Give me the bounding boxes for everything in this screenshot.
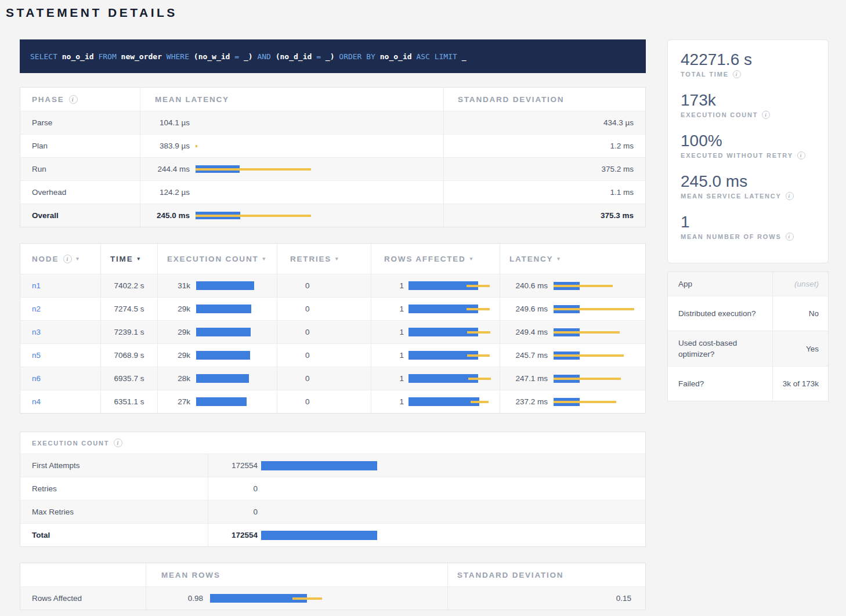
latency-value: 249.6 ms <box>509 305 548 313</box>
rows-affected-bar <box>408 281 490 290</box>
std-dev-value: 1.2 ms <box>443 135 645 157</box>
info-icon[interactable]: i <box>63 255 72 263</box>
rows-affected-column-header[interactable]: ROWS AFFECTED ▾ <box>371 244 500 274</box>
stat-label: EXECUTION COUNT <box>681 111 758 118</box>
stat-value: 100% <box>681 131 815 150</box>
execution-count-bar <box>196 351 250 360</box>
rows-affected-value: 1 <box>381 397 404 406</box>
sql-keyword: = <box>316 52 326 61</box>
table-row: Total 172554 <box>20 523 645 546</box>
table-row: n2 7274.5 s 29k 0 1 249.6 ms <box>20 297 645 320</box>
main-layout: SELECT no_o_id FROM new_order WHERE (no_… <box>0 39 846 610</box>
execution-row-label: First Attempts <box>20 454 208 477</box>
sort-desc-icon: ▾ <box>335 256 339 262</box>
execution-row-label: Max Retries <box>20 501 208 523</box>
execution-count-title: EXECUTION COUNT <box>32 440 109 447</box>
info-icon[interactable]: i <box>69 95 78 104</box>
table-row: Plan 383.9 µs 1.2 ms <box>20 134 645 157</box>
info-icon[interactable]: i <box>797 151 805 160</box>
rows-affected-column-label: ROWS AFFECTED <box>384 255 466 263</box>
empty-column-header <box>20 563 146 586</box>
execution-count-value: 27k <box>167 397 190 406</box>
attribute-row-app: App (unset) <box>668 272 828 296</box>
sql-identifier: (no_d_id <box>276 52 316 61</box>
std-dev-value: 375.3 ms <box>443 204 645 227</box>
attribute-label: App <box>668 272 772 296</box>
latency-bar <box>554 375 621 383</box>
sql-keyword: ASC LIMIT <box>416 52 461 61</box>
table-row: n5 7068.9 s 29k 0 1 245.7 ms <box>20 343 645 367</box>
sql-keyword: = <box>234 52 244 61</box>
info-icon[interactable]: i <box>786 233 794 241</box>
rows-affected-bar <box>408 374 491 383</box>
rows-affected-value: 1 <box>381 351 404 360</box>
mean-rows-value: 0.98 <box>161 594 203 603</box>
rows-affected-bar <box>408 305 490 313</box>
attribute-row-cost-based-optimizer: Used cost-based optimizer? Yes <box>668 331 828 366</box>
execution-row-value: 0 <box>208 484 258 493</box>
execution-count-value: 28k <box>167 374 190 383</box>
rows-affected-row-label: Rows Affected <box>20 587 146 610</box>
execution-count-column-label: EXECUTION COUNT <box>167 255 259 263</box>
node-link[interactable]: n3 <box>32 328 41 336</box>
info-icon[interactable]: i <box>762 111 770 119</box>
page-title: STATEMENT DETAILS <box>6 6 846 20</box>
node-link[interactable]: n2 <box>32 305 41 313</box>
latency-value: 240.6 ms <box>509 281 548 290</box>
rows-affected-bar <box>408 351 490 360</box>
sort-desc-icon: ▾ <box>263 256 266 262</box>
statement-attributes-table: App (unset) Distributed execution? No Us… <box>667 271 829 401</box>
mean-latency-value: 245.0 ms <box>155 211 190 220</box>
latency-bar <box>196 212 311 219</box>
rows-affected-value: 1 <box>381 374 404 383</box>
info-icon[interactable]: i <box>733 70 741 78</box>
node-link[interactable]: n4 <box>32 397 41 406</box>
retries-column-header[interactable]: RETRIES ▾ <box>277 244 371 274</box>
node-link[interactable]: n1 <box>32 281 41 290</box>
latency-bar <box>554 398 616 406</box>
phase-label: Plan <box>20 135 140 157</box>
std-dev-column-label: STANDARD DEVIATION <box>457 571 563 579</box>
rows-affected-table: MEAN ROWS STANDARD DEVIATION Rows Affect… <box>20 563 646 610</box>
std-dev-column-header: STANDARD DEVIATION <box>447 563 645 586</box>
mean-latency-value: 104.1 µs <box>155 118 190 127</box>
stat-label: MEAN NUMBER OF ROWS <box>681 233 782 240</box>
latency-column-header[interactable]: LATENCY ▾ <box>500 244 645 274</box>
sort-desc-icon: ▾ <box>557 256 561 262</box>
sql-keyword: FROM <box>98 52 121 61</box>
execution-count-bar <box>196 397 247 406</box>
info-icon[interactable]: i <box>114 439 122 447</box>
execution-count-table-header: EXECUTION COUNT i <box>20 432 645 454</box>
rows-affected-value: 1 <box>381 305 404 313</box>
latency-bar <box>554 282 613 290</box>
time-value: 7402.2 s <box>100 274 157 297</box>
info-icon[interactable]: i <box>786 192 794 200</box>
sql-keyword: WHERE <box>167 52 194 61</box>
phase-label: Run <box>20 158 140 180</box>
sql-identifier: no_o_id <box>62 52 99 61</box>
stat-execution-count: 173k EXECUTION COUNTi <box>681 90 815 119</box>
attribute-value: 3k of 173k <box>772 367 828 401</box>
execution-count-bar <box>196 328 251 336</box>
table-row: First Attempts 172554 <box>20 454 645 477</box>
sql-keyword: ORDER BY <box>339 52 379 61</box>
latency-value: 245.7 ms <box>509 351 548 360</box>
node-link[interactable]: n6 <box>32 374 41 383</box>
phase-column-label: PHASE <box>32 95 64 104</box>
execution-count-column-header[interactable]: EXECUTION COUNT ▾ <box>157 244 277 274</box>
node-link[interactable]: n5 <box>32 351 41 360</box>
retries-value: 0 <box>277 298 371 320</box>
stat-value: 42271.6 s <box>681 50 815 69</box>
mean-latency-value: 383.9 µs <box>155 142 190 150</box>
time-value: 7068.9 s <box>100 344 157 367</box>
std-dev-value: 375.2 ms <box>443 158 645 180</box>
rows-affected-value: 1 <box>381 281 404 290</box>
attribute-row-distributed-execution: Distributed execution? No <box>668 296 828 331</box>
time-value: 6351.1 s <box>100 390 157 413</box>
execution-row-label: Total <box>20 524 208 546</box>
time-column-header[interactable]: TIME ▾ <box>100 244 157 274</box>
retries-value: 0 <box>277 367 371 390</box>
node-column-header[interactable]: NODE i ▾ <box>20 244 100 274</box>
sort-desc-icon: ▾ <box>137 256 140 262</box>
phase-label: Parse <box>20 111 140 134</box>
